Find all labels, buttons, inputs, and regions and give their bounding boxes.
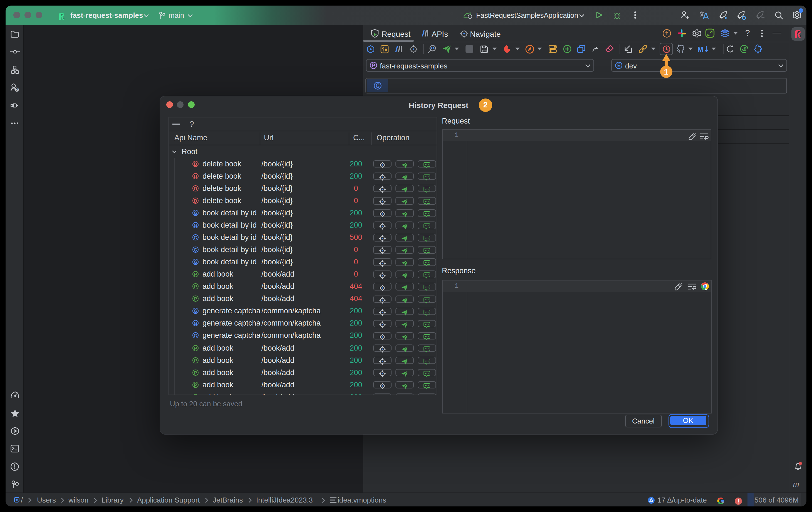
svg-text:?: ? [15, 87, 18, 92]
